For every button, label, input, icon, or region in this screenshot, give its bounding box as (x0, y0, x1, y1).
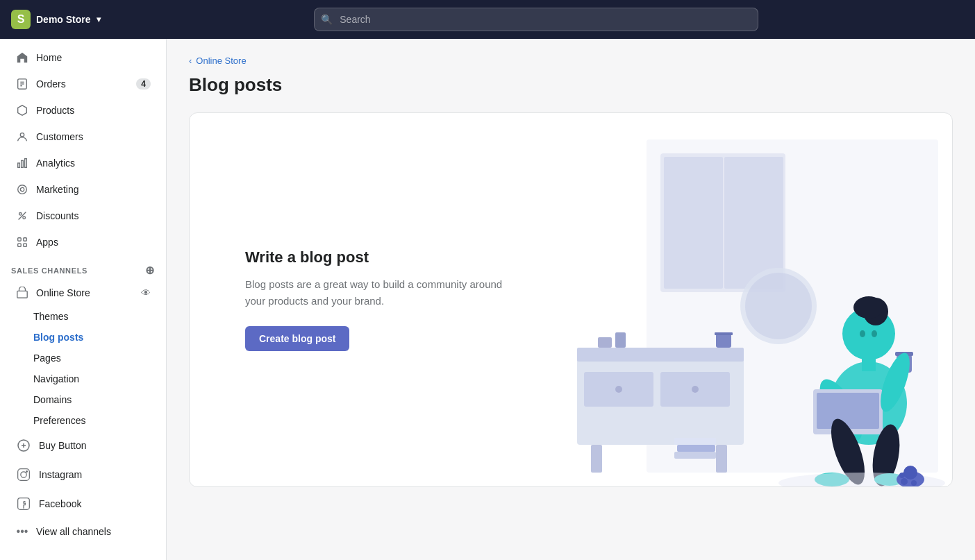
sidebar-subitem-blog-posts[interactable]: Blog posts (4, 327, 162, 348)
analytics-icon (15, 156, 29, 170)
customers-label: Customers (36, 131, 83, 142)
orders-label: Orders (36, 78, 66, 90)
svg-rect-46 (862, 357, 876, 371)
svg-rect-37 (615, 332, 626, 348)
search-input[interactable] (314, 8, 758, 31)
svg-rect-7 (25, 159, 27, 168)
svg-point-8 (18, 185, 27, 194)
svg-point-43 (853, 296, 884, 319)
svg-point-44 (860, 330, 865, 337)
store-icon (15, 286, 29, 300)
more-icon: ••• (15, 525, 29, 538)
sidebar-subitem-preferences[interactable]: Preferences (4, 410, 162, 431)
svg-rect-32 (591, 445, 602, 473)
marketing-label: Marketing (36, 184, 78, 195)
page-title: Blog posts (189, 74, 953, 96)
svg-rect-33 (716, 445, 727, 473)
sidebar-item-instagram[interactable]: Instagram (4, 460, 162, 489)
view-all-channels[interactable]: ••• View all channels (4, 518, 162, 545)
svg-rect-64 (677, 445, 715, 452)
discounts-label: Discounts (36, 210, 78, 221)
store-name: Demo Store (36, 14, 91, 25)
svg-rect-38 (716, 334, 731, 348)
sidebar-item-online-store[interactable]: Online Store 👁 (4, 280, 162, 306)
eye-icon[interactable]: 👁 (141, 287, 151, 298)
svg-rect-14 (18, 244, 22, 247)
svg-point-60 (901, 478, 908, 485)
svg-point-62 (899, 473, 905, 478)
products-icon (15, 103, 29, 117)
orders-icon (15, 77, 29, 91)
svg-rect-15 (24, 244, 27, 247)
shopify-logo: S (11, 10, 31, 29)
svg-rect-27 (577, 348, 744, 362)
svg-point-9 (19, 213, 22, 216)
sidebar-item-home[interactable]: Home (4, 44, 162, 71)
products-label: Products (36, 105, 74, 116)
customers-icon (15, 130, 29, 144)
breadcrumb-chevron: ‹ (189, 56, 192, 66)
svg-rect-39 (715, 332, 733, 335)
svg-rect-65 (674, 438, 716, 445)
svg-point-10 (23, 217, 26, 219)
sidebar: Home Orders 4 Products Customers (0, 39, 167, 560)
svg-rect-12 (18, 238, 22, 241)
sidebar-subitem-themes[interactable]: Themes (4, 306, 162, 327)
apps-label: Apps (36, 237, 58, 248)
sales-channels-section: SALES CHANNELS ⊕ (0, 255, 166, 280)
svg-rect-49 (817, 393, 879, 429)
svg-point-4 (20, 133, 24, 137)
sidebar-item-analytics[interactable]: Analytics (4, 150, 162, 176)
breadcrumb-parent: Online Store (196, 56, 246, 66)
svg-rect-13 (24, 238, 27, 241)
create-blog-post-button[interactable]: Create blog post (245, 326, 349, 351)
blog-illustration (508, 113, 952, 486)
svg-point-45 (872, 330, 877, 337)
svg-point-20 (26, 471, 28, 473)
main-content: ‹ Online Store Blog posts Write a blog p… (167, 39, 975, 560)
blog-card-heading: Write a blog post (245, 248, 523, 266)
view-all-label: View all channels (36, 526, 111, 537)
discounts-icon (15, 209, 29, 223)
topbar: S Demo Store ▾ 🔍 (0, 0, 975, 39)
chevron-down-icon: ▾ (97, 15, 101, 24)
svg-point-30 (615, 386, 622, 393)
sidebar-item-products[interactable]: Products (4, 97, 162, 124)
sidebar-item-apps[interactable]: Apps (4, 229, 162, 255)
svg-point-19 (21, 472, 26, 477)
buy-button-label: Buy Button (39, 440, 87, 451)
svg-rect-18 (18, 469, 30, 481)
sidebar-subitem-navigation[interactable]: Navigation (4, 368, 162, 389)
brand-button[interactable]: S Demo Store ▾ (11, 10, 101, 29)
svg-rect-63 (674, 452, 716, 459)
svg-point-31 (692, 386, 699, 393)
add-channel-icon[interactable]: ⊕ (145, 264, 155, 277)
svg-rect-5 (18, 163, 20, 167)
svg-point-59 (903, 466, 917, 480)
svg-rect-36 (598, 337, 612, 348)
home-icon (15, 51, 29, 65)
svg-rect-24 (664, 157, 723, 289)
sidebar-item-marketing[interactable]: Marketing (4, 176, 162, 203)
home-label: Home (36, 52, 62, 63)
svg-rect-6 (22, 160, 24, 167)
online-store-label: Online Store (36, 287, 141, 298)
layout: Home Orders 4 Products Customers (0, 39, 975, 560)
sidebar-item-customers[interactable]: Customers (4, 124, 162, 150)
breadcrumb[interactable]: ‹ Online Store (189, 56, 953, 66)
facebook-label: Facebook (39, 498, 81, 509)
blog-content: Write a blog post Blog posts are a great… (245, 248, 523, 351)
orders-badge: 4 (136, 78, 151, 90)
analytics-label: Analytics (36, 158, 75, 169)
sidebar-item-orders[interactable]: Orders 4 (4, 71, 162, 97)
svg-point-61 (911, 480, 917, 486)
svg-point-35 (745, 273, 812, 339)
svg-rect-16 (17, 291, 27, 298)
facebook-icon (15, 495, 32, 512)
sidebar-item-buy-button[interactable]: Buy Button (4, 431, 162, 460)
sidebar-subitem-pages[interactable]: Pages (4, 348, 162, 368)
sidebar-item-facebook[interactable]: Facebook (4, 489, 162, 518)
sidebar-subitem-domains[interactable]: Domains (4, 389, 162, 410)
sidebar-item-discounts[interactable]: Discounts (4, 203, 162, 229)
instagram-label: Instagram (39, 469, 82, 480)
